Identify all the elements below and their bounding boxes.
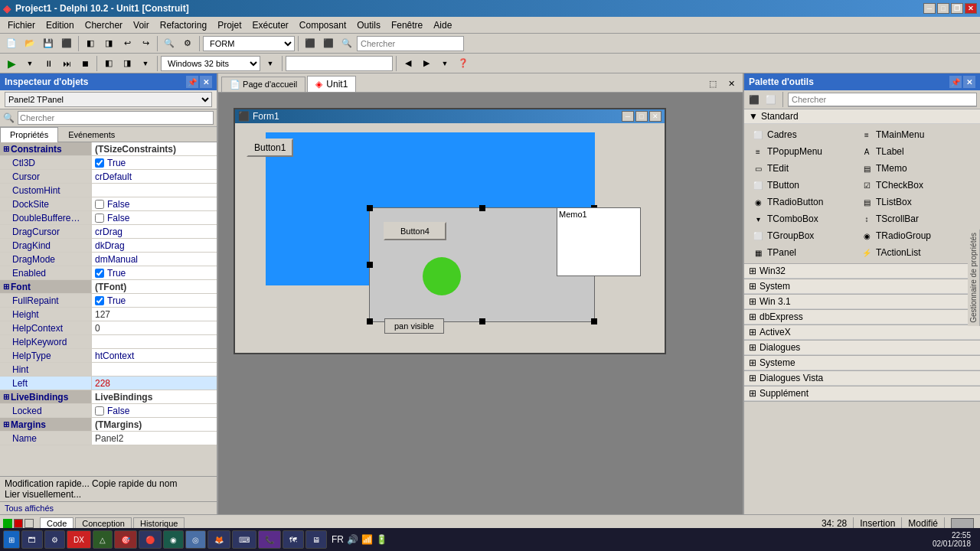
- menu-aide[interactable]: Aide: [429, 18, 456, 32]
- palette-section-dbexpress-header[interactable]: ⊞ dbExpress: [744, 310, 980, 324]
- tb-btn-11[interactable]: ⬛: [302, 35, 318, 52]
- taskbar-viber[interactable]: 📞: [258, 530, 281, 549]
- prop-doublebuffered[interactable]: DoubleBuffere… False: [0, 211, 217, 225]
- prop-helpkeyword[interactable]: HelpKeyword: [0, 335, 217, 349]
- palette-icon-btn-2[interactable]: ⬜: [764, 93, 778, 106]
- form-window[interactable]: ⬛ Form1 ─ □ ✕ Button1: [234, 108, 666, 354]
- form-expand-button[interactable]: ⬚: [704, 75, 721, 92]
- prop-cursor[interactable]: Cursor crDefault: [0, 170, 217, 184]
- restore-button[interactable]: ❐: [951, 3, 963, 14]
- taskbar-app2[interactable]: 🎯: [114, 530, 137, 549]
- nav-split[interactable]: ▼: [436, 55, 453, 72]
- maximize-button[interactable]: □: [937, 3, 949, 14]
- prop-helptype[interactable]: HelpType htContext: [0, 349, 217, 363]
- tb-btn-15[interactable]: ◨: [119, 55, 136, 72]
- prop-livebindings[interactable]: ⊞ LiveBindings LiveBindings: [0, 390, 217, 404]
- form-close-btn[interactable]: ✕: [649, 111, 662, 122]
- tb-btn-7[interactable]: ↩: [119, 35, 136, 52]
- prop-helpcontext[interactable]: HelpContext 0: [0, 321, 217, 335]
- palette-section-system-header[interactable]: ⊞ System: [744, 279, 980, 294]
- handle-ml[interactable]: [367, 262, 373, 268]
- tb-btn-9[interactable]: 🔍: [161, 35, 178, 52]
- pause-button[interactable]: ⏸: [40, 55, 57, 72]
- inspector-search-input[interactable]: [18, 111, 214, 125]
- close-button[interactable]: ✕: [965, 3, 977, 14]
- palette-tpanel[interactable]: ▦ TPanel: [747, 245, 854, 260]
- run-dropdown[interactable]: Windows 32 bits: [161, 56, 260, 71]
- palette-pin-button[interactable]: 📌: [949, 76, 962, 88]
- stop-button[interactable]: ⏹: [77, 55, 93, 72]
- palette-cadres[interactable]: ⬜ Cadres: [747, 127, 854, 142]
- inspector-close-button[interactable]: ✕: [200, 76, 212, 88]
- form-dropdown[interactable]: FORM: [203, 36, 295, 51]
- tb-btn-17[interactable]: ▼: [262, 55, 279, 72]
- taskbar-tools[interactable]: ⚙: [44, 530, 65, 549]
- form-min-button[interactable]: ─: [622, 111, 634, 122]
- menu-chercher[interactable]: Chercher: [80, 18, 127, 32]
- palette-section-systeme-header[interactable]: ⊞ Systeme: [744, 356, 980, 370]
- tab-accueil[interactable]: 📄 Page d'accueil: [221, 77, 305, 92]
- prop-ctl3d[interactable]: Ctl3D True: [0, 156, 217, 170]
- save-all-button[interactable]: ⬛: [58, 35, 75, 52]
- component-dropdown[interactable]: Panel2 TPanel: [5, 92, 212, 107]
- form-content[interactable]: Button1: [235, 123, 665, 353]
- form-area[interactable]: ⬛ Form1 ─ □ ✕ Button1: [218, 93, 743, 514]
- tb-btn-5[interactable]: ◧: [82, 35, 99, 52]
- palette-section-win32-header[interactable]: ⊞ Win32: [744, 264, 980, 279]
- menu-edition[interactable]: Edition: [41, 18, 79, 32]
- tb-btn-10[interactable]: ⚙: [179, 35, 196, 52]
- tb-btn-16[interactable]: ▼: [137, 55, 154, 72]
- taskbar-explorer[interactable]: 🗔: [21, 530, 43, 549]
- palette-tpopupmenu[interactable]: ≡ TPopupMenu: [747, 144, 854, 159]
- taskbar-firefox[interactable]: 🦊: [207, 530, 230, 549]
- palette-tradiobutton[interactable]: ◉ TRadioButton: [747, 194, 854, 210]
- palette-section-win31-header[interactable]: ⊞ Win 3.1: [744, 295, 980, 309]
- run-split[interactable]: ▼: [21, 55, 38, 72]
- prop-left[interactable]: Left 228: [0, 377, 217, 390]
- prop-enabled[interactable]: Enabled True: [0, 266, 217, 280]
- palette-tgroupbox[interactable]: ⬜ TGroupBox: [747, 228, 854, 243]
- menu-refactoring[interactable]: Refactoring: [155, 18, 211, 32]
- handle-tl[interactable]: [367, 205, 373, 211]
- taskbar-app4[interactable]: ◉: [163, 530, 184, 549]
- nav-back-button[interactable]: ◀: [400, 55, 416, 72]
- docksite-checkbox[interactable]: [95, 200, 104, 209]
- palette-tradiogroup[interactable]: ◉ TRadioGroup: [856, 228, 963, 243]
- menu-fichier[interactable]: Fichier: [3, 18, 40, 32]
- prop-dragmode[interactable]: DragMode dmManual: [0, 253, 217, 266]
- palette-section-dialogues-vista-header[interactable]: ⊞ Dialogues Vista: [744, 371, 980, 386]
- start-button[interactable]: ⊞: [3, 530, 20, 549]
- tb-btn-13[interactable]: 🔍: [338, 35, 355, 52]
- palette-tactionlist[interactable]: ⚡ TActionList: [856, 245, 963, 260]
- palette-tbutton[interactable]: ⬜ TButton: [747, 178, 854, 193]
- prop-fullrepaint[interactable]: FullRepaint True: [0, 294, 217, 308]
- prop-locked[interactable]: Locked False: [0, 404, 217, 418]
- prop-height[interactable]: Height 127: [0, 308, 217, 321]
- expand-constraints-icon[interactable]: ⊞: [3, 145, 9, 153]
- palette-tlabel[interactable]: A TLabel: [856, 144, 963, 159]
- play-indicator[interactable]: [3, 519, 12, 528]
- memo1[interactable]: Memo1: [557, 207, 641, 276]
- locked-checkbox[interactable]: [95, 406, 104, 416]
- taskbar-keyboard[interactable]: ⌨: [232, 530, 256, 549]
- handle-bl[interactable]: [367, 318, 373, 324]
- open-button[interactable]: 📂: [21, 35, 38, 52]
- prop-docksite[interactable]: DockSite False: [0, 197, 217, 211]
- menu-executer[interactable]: Exécuter: [248, 18, 293, 32]
- form-max-button[interactable]: □: [635, 111, 648, 122]
- menu-projet[interactable]: Projet: [213, 18, 246, 32]
- stop-indicator[interactable]: [14, 519, 23, 528]
- menu-voir[interactable]: Voir: [129, 18, 154, 32]
- handle-bm[interactable]: [479, 318, 485, 324]
- tb-btn-6[interactable]: ◨: [100, 35, 117, 52]
- enabled-checkbox[interactable]: [95, 269, 104, 278]
- palette-section-dialogues-header[interactable]: ⊞ Dialogues: [744, 341, 980, 355]
- fullrepaint-checkbox[interactable]: [95, 296, 104, 305]
- palette-search-input[interactable]: [788, 93, 977, 106]
- run-button[interactable]: ▶: [3, 55, 20, 72]
- inspector-pin-button[interactable]: 📌: [186, 76, 198, 88]
- doublebuffered-checkbox[interactable]: [95, 214, 104, 223]
- palette-tedit[interactable]: ▭ TEdit: [747, 161, 854, 176]
- search-input[interactable]: [357, 36, 464, 51]
- prop-hint[interactable]: Hint: [0, 363, 217, 377]
